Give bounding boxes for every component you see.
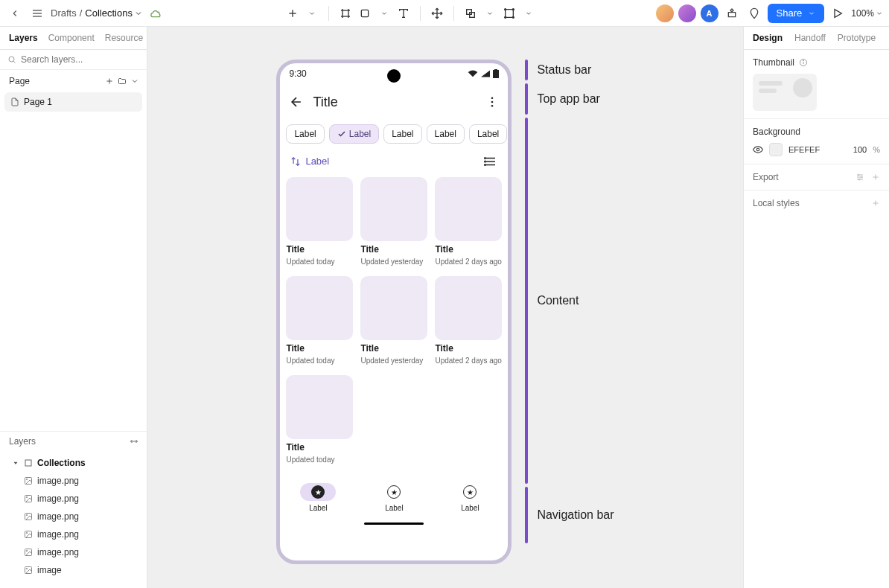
chevron-down-icon[interactable] xyxy=(481,4,499,22)
tree-item[interactable]: image.png xyxy=(4,490,142,508)
card[interactable]: TitleUpdated 2 days ago xyxy=(435,276,502,365)
tab-layers[interactable]: Layers xyxy=(9,33,38,43)
svg-point-32 xyxy=(26,496,28,498)
text-icon[interactable] xyxy=(395,4,412,22)
check-icon xyxy=(337,130,346,138)
svg-point-34 xyxy=(26,514,28,516)
chip-selected[interactable]: Label xyxy=(329,124,379,144)
back-arrow-icon[interactable] xyxy=(289,95,304,109)
back-icon[interactable] xyxy=(6,4,24,22)
tree-root[interactable]: Collections xyxy=(4,454,142,472)
shape-icon[interactable] xyxy=(356,4,374,22)
bg-opacity[interactable]: 100 xyxy=(853,145,867,154)
status-time: 9:30 xyxy=(289,68,306,79)
avatar[interactable] xyxy=(656,4,674,22)
page-item[interactable]: Page 1 xyxy=(4,92,142,112)
list-view-icon[interactable] xyxy=(484,156,497,167)
layer-search[interactable] xyxy=(0,50,147,70)
svg-point-19 xyxy=(504,16,506,18)
chip[interactable]: Label xyxy=(427,124,465,144)
breadcrumb-current[interactable]: Collections xyxy=(85,7,143,19)
plus-icon[interactable] xyxy=(871,173,880,182)
zoom-control[interactable]: 100% xyxy=(851,8,883,19)
component-box-icon[interactable] xyxy=(500,4,518,22)
chevron-down-icon[interactable] xyxy=(303,4,321,22)
svg-rect-28 xyxy=(25,460,31,466)
nav-item[interactable]: ★Label xyxy=(452,483,488,512)
card[interactable]: TitleUpdated today xyxy=(286,177,353,266)
visibility-icon[interactable] xyxy=(753,144,763,155)
card[interactable]: TitleUpdated today xyxy=(286,276,353,365)
avatar[interactable]: A xyxy=(701,4,718,22)
tree-item[interactable]: image.png xyxy=(4,472,142,490)
tab-prototype[interactable]: Prototype xyxy=(838,33,876,43)
svg-point-45 xyxy=(491,97,494,99)
image-icon xyxy=(24,494,33,503)
card-thumb xyxy=(435,177,502,241)
tab-handoff[interactable]: Handoff xyxy=(794,33,826,43)
card[interactable]: TitleUpdated yesterday xyxy=(360,276,427,365)
card-thumb xyxy=(286,276,353,340)
wifi-icon xyxy=(468,70,478,77)
move-icon[interactable] xyxy=(428,4,446,22)
image-icon xyxy=(24,530,33,539)
local-styles-label: Local styles xyxy=(753,198,800,208)
home-indicator-icon xyxy=(364,523,424,525)
tree-item[interactable]: image.png xyxy=(4,508,142,525)
canvas[interactable]: 9:30 Title Label xyxy=(147,27,743,588)
sliders-icon[interactable] xyxy=(855,173,865,182)
folder-icon[interactable] xyxy=(117,77,127,86)
breadcrumb-root[interactable]: Drafts xyxy=(51,7,77,19)
tree-item[interactable]: image xyxy=(4,561,142,579)
search-input[interactable] xyxy=(21,54,139,65)
nav-item[interactable]: ★Label xyxy=(376,483,412,512)
bg-hex[interactable]: EFEFEF xyxy=(788,145,847,154)
card[interactable]: TitleUpdated today xyxy=(286,375,353,464)
tab-resource[interactable]: Resource xyxy=(105,33,143,43)
location-icon[interactable] xyxy=(745,4,763,22)
plus-icon[interactable] xyxy=(105,77,114,86)
svg-marker-21 xyxy=(835,9,841,17)
info-icon[interactable] xyxy=(799,58,808,67)
nav-item[interactable]: ★Label xyxy=(300,483,336,512)
more-vert-icon[interactable] xyxy=(485,95,499,109)
frame-icon[interactable] xyxy=(337,4,354,22)
menu-icon[interactable] xyxy=(28,4,46,22)
collapse-icon[interactable] xyxy=(129,437,139,446)
extension-icon[interactable] xyxy=(723,4,741,22)
cloud-sync-icon[interactable] xyxy=(147,4,165,22)
card[interactable]: TitleUpdated yesterday xyxy=(360,177,427,266)
sort-button[interactable]: Label xyxy=(290,156,329,167)
nav-pill: ★ xyxy=(376,483,412,501)
tab-component[interactable]: Component xyxy=(48,33,95,43)
svg-rect-42 xyxy=(493,70,499,78)
tree-item[interactable]: image.png xyxy=(4,543,142,561)
layers-label: Layers xyxy=(9,436,36,447)
chip[interactable]: Label xyxy=(469,124,507,144)
color-swatch[interactable] xyxy=(769,143,783,156)
svg-point-47 xyxy=(491,105,494,107)
share-button[interactable]: Share xyxy=(768,4,825,23)
card-thumb xyxy=(286,375,353,439)
right-panel: Design Handoff Prototype Thumbnail Backg… xyxy=(743,27,889,588)
nav-pill: ★ xyxy=(452,483,488,501)
chevron-down-icon[interactable] xyxy=(130,77,139,86)
boolean-icon[interactable] xyxy=(462,4,479,22)
svg-point-57 xyxy=(756,148,759,151)
plus-icon[interactable] xyxy=(871,199,880,208)
play-icon[interactable] xyxy=(829,4,847,22)
chip[interactable]: Label xyxy=(286,124,324,144)
card-thumb xyxy=(286,177,353,241)
avatar[interactable] xyxy=(678,4,696,22)
chevron-down-icon[interactable] xyxy=(375,4,393,22)
chip[interactable]: Label xyxy=(383,124,421,144)
tab-design[interactable]: Design xyxy=(753,33,783,43)
chevron-down-icon[interactable] xyxy=(520,4,538,22)
add-icon[interactable] xyxy=(284,4,302,22)
thumbnail-preview[interactable] xyxy=(753,74,817,111)
card[interactable]: TitleUpdated 2 days ago xyxy=(435,177,502,266)
tree-item[interactable]: image.png xyxy=(4,525,142,543)
chip-row[interactable]: Label Label Label Label Label Label xyxy=(280,120,508,148)
card-thumb xyxy=(360,276,427,340)
breadcrumb-sep: / xyxy=(80,7,83,19)
